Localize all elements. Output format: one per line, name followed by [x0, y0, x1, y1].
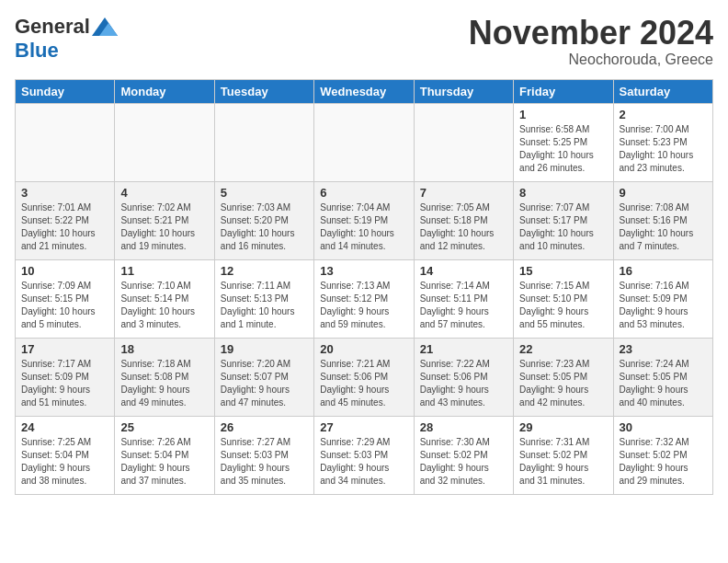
day-number: 7 [420, 186, 507, 200]
day-info: Sunrise: 7:04 AMSunset: 5:19 PMDaylight:… [320, 201, 407, 253]
calendar-week-row: 3Sunrise: 7:01 AMSunset: 5:22 PMDaylight… [16, 181, 713, 259]
day-info: Sunrise: 7:18 AMSunset: 5:08 PMDaylight:… [120, 358, 208, 409]
day-number: 21 [420, 342, 507, 356]
day-info: Sunrise: 7:17 AMSunset: 5:09 PMDaylight:… [21, 358, 108, 409]
day-info: Sunrise: 7:26 AMSunset: 5:04 PMDaylight:… [120, 436, 208, 488]
day-number: 13 [320, 264, 407, 278]
page-header: General Blue November 2024 Neochorouda, … [15, 15, 713, 68]
month-title: November 2024 [469, 15, 713, 52]
calendar-cell: 18Sunrise: 7:18 AMSunset: 5:08 PMDayligh… [115, 338, 214, 416]
calendar-cell: 5Sunrise: 7:03 AMSunset: 5:20 PMDaylight… [214, 181, 313, 259]
day-number: 24 [21, 420, 108, 434]
calendar-cell: 7Sunrise: 7:05 AMSunset: 5:18 PMDaylight… [414, 181, 513, 259]
calendar-week-row: 17Sunrise: 7:17 AMSunset: 5:09 PMDayligh… [16, 338, 713, 416]
day-info: Sunrise: 7:13 AMSunset: 5:12 PMDaylight:… [320, 280, 407, 331]
calendar-cell [115, 103, 214, 181]
day-number: 19 [221, 342, 308, 356]
day-info: Sunrise: 7:31 AMSunset: 5:02 PMDaylight:… [519, 436, 607, 488]
day-info: Sunrise: 7:03 AMSunset: 5:20 PMDaylight:… [221, 201, 308, 253]
weekday-header-tuesday: Tuesday [214, 79, 313, 103]
logo-general-text: General [15, 15, 90, 39]
calendar-cell: 28Sunrise: 7:30 AMSunset: 5:02 PMDayligh… [414, 416, 513, 494]
day-number: 18 [120, 342, 208, 356]
day-number: 6 [320, 186, 407, 200]
calendar-cell: 8Sunrise: 7:07 AMSunset: 5:17 PMDaylight… [514, 181, 613, 259]
day-info: Sunrise: 7:27 AMSunset: 5:03 PMDaylight:… [221, 436, 308, 488]
weekday-header-row: SundayMondayTuesdayWednesdayThursdayFrid… [16, 79, 713, 103]
title-area: November 2024 Neochorouda, Greece [469, 15, 713, 68]
calendar-cell: 13Sunrise: 7:13 AMSunset: 5:12 PMDayligh… [314, 259, 414, 338]
day-info: Sunrise: 7:30 AMSunset: 5:02 PMDaylight:… [420, 436, 507, 488]
day-number: 5 [221, 186, 308, 200]
calendar-cell: 16Sunrise: 7:16 AMSunset: 5:09 PMDayligh… [613, 259, 712, 338]
day-number: 2 [620, 108, 707, 121]
calendar-cell: 11Sunrise: 7:10 AMSunset: 5:14 PMDayligh… [115, 259, 214, 338]
day-info: Sunrise: 7:14 AMSunset: 5:11 PMDaylight:… [420, 280, 507, 331]
day-info: Sunrise: 7:16 AMSunset: 5:09 PMDaylight:… [620, 280, 707, 331]
calendar-cell: 19Sunrise: 7:20 AMSunset: 5:07 PMDayligh… [214, 338, 313, 416]
logo: General Blue [15, 15, 118, 63]
weekday-header-sunday: Sunday [16, 79, 115, 103]
calendar-cell [414, 103, 513, 181]
day-number: 14 [420, 264, 507, 278]
day-number: 11 [120, 264, 208, 278]
logo-blue-text: Blue [15, 39, 59, 63]
weekday-header-thursday: Thursday [414, 79, 513, 103]
day-number: 28 [420, 420, 507, 434]
calendar-week-row: 24Sunrise: 7:25 AMSunset: 5:04 PMDayligh… [16, 416, 713, 494]
calendar-cell [16, 103, 115, 181]
calendar-cell: 12Sunrise: 7:11 AMSunset: 5:13 PMDayligh… [214, 259, 313, 338]
day-number: 12 [221, 264, 308, 278]
day-info: Sunrise: 7:09 AMSunset: 5:15 PMDaylight:… [21, 280, 108, 331]
weekday-header-saturday: Saturday [613, 79, 712, 103]
day-info: Sunrise: 7:29 AMSunset: 5:03 PMDaylight:… [320, 436, 407, 488]
subtitle: Neochorouda, Greece [469, 52, 713, 68]
day-number: 10 [21, 264, 108, 278]
day-number: 4 [120, 186, 208, 200]
calendar-cell: 29Sunrise: 7:31 AMSunset: 5:02 PMDayligh… [514, 416, 613, 494]
calendar-cell: 17Sunrise: 7:17 AMSunset: 5:09 PMDayligh… [16, 338, 115, 416]
calendar-cell: 23Sunrise: 7:24 AMSunset: 5:05 PMDayligh… [613, 338, 712, 416]
calendar-cell: 1Sunrise: 6:58 AMSunset: 5:25 PMDaylight… [514, 103, 613, 181]
day-number: 22 [519, 342, 607, 356]
calendar-cell: 6Sunrise: 7:04 AMSunset: 5:19 PMDaylight… [314, 181, 414, 259]
calendar-cell: 20Sunrise: 7:21 AMSunset: 5:06 PMDayligh… [314, 338, 414, 416]
calendar-cell: 30Sunrise: 7:32 AMSunset: 5:02 PMDayligh… [613, 416, 712, 494]
logo-icon [92, 17, 118, 36]
day-number: 8 [519, 186, 607, 200]
day-info: Sunrise: 7:07 AMSunset: 5:17 PMDaylight:… [519, 201, 607, 253]
calendar-cell: 3Sunrise: 7:01 AMSunset: 5:22 PMDaylight… [16, 181, 115, 259]
day-number: 30 [620, 420, 707, 434]
calendar-week-row: 1Sunrise: 6:58 AMSunset: 5:25 PMDaylight… [16, 103, 713, 181]
day-info: Sunrise: 7:21 AMSunset: 5:06 PMDaylight:… [320, 358, 407, 409]
day-info: Sunrise: 7:23 AMSunset: 5:05 PMDaylight:… [519, 358, 607, 409]
calendar-cell: 10Sunrise: 7:09 AMSunset: 5:15 PMDayligh… [16, 259, 115, 338]
calendar-week-row: 10Sunrise: 7:09 AMSunset: 5:15 PMDayligh… [16, 259, 713, 338]
calendar-cell: 14Sunrise: 7:14 AMSunset: 5:11 PMDayligh… [414, 259, 513, 338]
calendar-cell: 21Sunrise: 7:22 AMSunset: 5:06 PMDayligh… [414, 338, 513, 416]
calendar-cell: 26Sunrise: 7:27 AMSunset: 5:03 PMDayligh… [214, 416, 313, 494]
day-number: 17 [21, 342, 108, 356]
day-info: Sunrise: 7:05 AMSunset: 5:18 PMDaylight:… [420, 201, 507, 253]
day-number: 29 [519, 420, 607, 434]
calendar-cell: 15Sunrise: 7:15 AMSunset: 5:10 PMDayligh… [514, 259, 613, 338]
day-info: Sunrise: 7:00 AMSunset: 5:23 PMDaylight:… [620, 123, 707, 175]
weekday-header-friday: Friday [514, 79, 613, 103]
day-number: 25 [120, 420, 208, 434]
day-number: 27 [320, 420, 407, 434]
day-info: Sunrise: 7:20 AMSunset: 5:07 PMDaylight:… [221, 358, 308, 409]
calendar-cell: 9Sunrise: 7:08 AMSunset: 5:16 PMDaylight… [613, 181, 712, 259]
calendar-cell: 4Sunrise: 7:02 AMSunset: 5:21 PMDaylight… [115, 181, 214, 259]
calendar-cell: 2Sunrise: 7:00 AMSunset: 5:23 PMDaylight… [613, 103, 712, 181]
calendar-cell: 27Sunrise: 7:29 AMSunset: 5:03 PMDayligh… [314, 416, 414, 494]
day-info: Sunrise: 7:01 AMSunset: 5:22 PMDaylight:… [21, 201, 108, 253]
calendar-table: SundayMondayTuesdayWednesdayThursdayFrid… [15, 79, 713, 495]
day-number: 1 [519, 108, 607, 121]
day-number: 20 [320, 342, 407, 356]
calendar-cell: 25Sunrise: 7:26 AMSunset: 5:04 PMDayligh… [115, 416, 214, 494]
day-number: 9 [620, 186, 707, 200]
calendar-cell: 22Sunrise: 7:23 AMSunset: 5:05 PMDayligh… [514, 338, 613, 416]
day-number: 16 [620, 264, 707, 278]
day-number: 26 [221, 420, 308, 434]
day-info: Sunrise: 7:32 AMSunset: 5:02 PMDaylight:… [620, 436, 707, 488]
